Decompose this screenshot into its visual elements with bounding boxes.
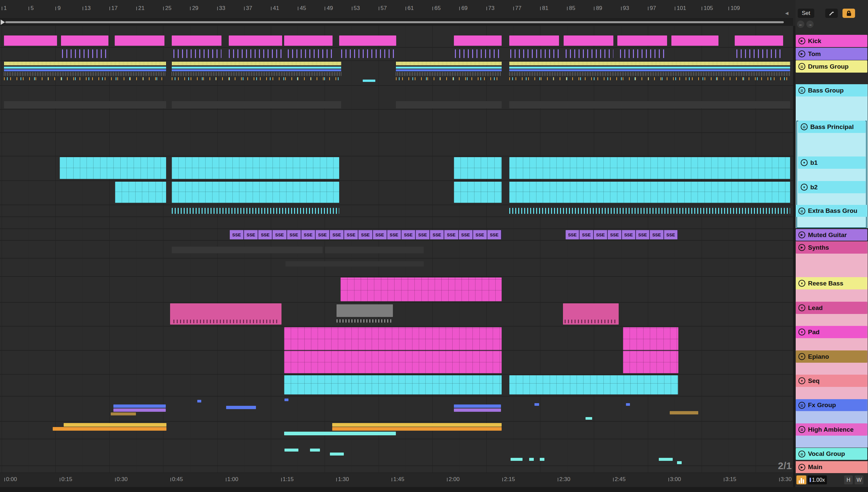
clip[interactable]: [284, 375, 502, 395]
clip[interactable]: [172, 101, 341, 108]
clip[interactable]: [115, 35, 165, 46]
track-header-synths[interactable]: ▶Synths: [796, 241, 867, 254]
clip[interactable]: [396, 101, 502, 108]
clip[interactable]: [115, 182, 166, 203]
clip[interactable]: [197, 400, 201, 402]
clip[interactable]: [454, 404, 501, 408]
clip[interactable]: [172, 247, 323, 253]
lane-drums-group[interactable]: [0, 61, 793, 86]
redo-button[interactable]: →: [806, 21, 814, 28]
track-header-seq[interactable]: ▼Seq: [796, 375, 867, 387]
clip[interactable]: [509, 101, 790, 108]
track-header-pad[interactable]: ▼Pad: [796, 326, 867, 338]
clip[interactable]: [229, 35, 282, 46]
group-icon[interactable]: ≡: [798, 402, 805, 409]
lane-seq[interactable]: [0, 375, 793, 396]
clip[interactable]: [284, 398, 289, 401]
track-header-drums-group[interactable]: ≡Drums Group: [796, 60, 867, 73]
group-icon[interactable]: ≡: [798, 426, 805, 433]
lane-bass-group-c[interactable]: [0, 133, 793, 156]
clip[interactable]: [4, 101, 166, 108]
pencil-button[interactable]: [825, 9, 838, 18]
clip[interactable]: [62, 49, 108, 58]
clip[interactable]: [620, 49, 667, 58]
clip[interactable]: [677, 461, 682, 464]
fold-chevron-icon[interactable]: ▼: [801, 184, 808, 191]
clip[interactable]: [173, 49, 221, 58]
track-header-b2[interactable]: ▼b2: [798, 181, 866, 193]
lane-main[interactable]: [0, 466, 793, 473]
undo-button[interactable]: ←: [797, 21, 804, 28]
lane-lead[interactable]: [0, 303, 793, 326]
clip[interactable]: [671, 35, 718, 46]
lane-b2[interactable]: [0, 181, 793, 205]
clip[interactable]: [363, 79, 375, 82]
clip[interactable]: [617, 35, 667, 46]
clip[interactable]: [172, 157, 339, 179]
midi-clip-run[interactable]: SSESSESSESSESSESSESSESSESSESSESSESSESSES…: [230, 230, 502, 239]
lane-spacer-1[interactable]: [0, 217, 793, 229]
fold-chevron-icon[interactable]: ▼: [798, 377, 805, 384]
play-circle-icon[interactable]: ▶: [798, 464, 805, 471]
clip[interactable]: [339, 35, 396, 46]
lane-epiano[interactable]: [0, 351, 793, 375]
clip[interactable]: [288, 49, 332, 58]
clip[interactable]: [659, 458, 673, 461]
lane-synths-b[interactable]: [0, 259, 793, 277]
track-header-high-ambience[interactable]: ≡High Ambience: [796, 423, 867, 436]
clip[interactable]: [529, 458, 534, 461]
clip[interactable]: [64, 423, 167, 427]
lane-vocal-group[interactable]: [0, 439, 793, 466]
clip[interactable]: [626, 403, 630, 406]
clip[interactable]: [509, 208, 790, 214]
clip[interactable]: [111, 413, 136, 415]
track-header-tom[interactable]: ▶Tom: [796, 48, 867, 60]
clip[interactable]: [454, 182, 502, 203]
clip[interactable]: [330, 452, 344, 456]
track-header-reese-bass[interactable]: ▼Reese Bass: [796, 277, 867, 290]
track-header-bass-group[interactable]: ≡Bass Group: [796, 84, 867, 97]
clip[interactable]: [284, 327, 502, 350]
lock-button[interactable]: [842, 9, 855, 18]
clip[interactable]: [623, 327, 678, 350]
clip[interactable]: [337, 304, 393, 317]
fold-chevron-icon[interactable]: ▼: [798, 280, 805, 287]
clip[interactable]: [511, 458, 523, 461]
lane-reese-bass[interactable]: [0, 277, 793, 303]
drum-pattern-clip[interactable]: [509, 62, 790, 84]
height-zoom-button[interactable]: H: [844, 475, 853, 484]
group-icon[interactable]: ≡: [798, 207, 805, 215]
clip[interactable]: [535, 403, 539, 406]
group-icon[interactable]: ≡: [801, 123, 808, 130]
fold-chevron-icon[interactable]: ▼: [798, 328, 805, 336]
lane-fx-group[interactable]: [0, 396, 793, 422]
clip[interactable]: [563, 303, 619, 325]
audio-meter-icon[interactable]: [796, 475, 806, 484]
lane-b1[interactable]: [0, 156, 793, 181]
lane-pad[interactable]: [0, 326, 793, 351]
track-header-bass-principal[interactable]: ≡Bass Principal: [798, 121, 866, 133]
clip[interactable]: [284, 35, 332, 46]
play-circle-icon[interactable]: ▶: [798, 50, 805, 57]
play-circle-icon[interactable]: ▶: [798, 244, 805, 251]
clip[interactable]: [170, 303, 281, 325]
track-header-vocal-group[interactable]: ≡Vocal Group: [796, 448, 867, 460]
clip[interactable]: [286, 261, 424, 267]
clip[interactable]: [454, 409, 501, 412]
clip[interactable]: [509, 35, 559, 46]
clip[interactable]: [61, 35, 108, 46]
clip[interactable]: [172, 35, 221, 46]
lane-extra-bass-group[interactable]: [0, 205, 793, 217]
clip[interactable]: [736, 49, 784, 58]
drum-pattern-clip[interactable]: [172, 62, 341, 84]
fold-chevron-icon[interactable]: ▼: [798, 353, 805, 360]
clip[interactable]: [564, 35, 613, 46]
clip[interactable]: [172, 182, 339, 203]
clip[interactable]: [454, 157, 502, 179]
track-header-extra-bass-grou[interactable]: ≡Extra Bass Grou: [796, 205, 867, 217]
lane-synths-a[interactable]: [0, 241, 793, 259]
drum-pattern-clip[interactable]: [396, 62, 502, 84]
clip[interactable]: [341, 277, 502, 301]
group-icon[interactable]: ≡: [798, 63, 805, 70]
clip[interactable]: [337, 319, 393, 323]
